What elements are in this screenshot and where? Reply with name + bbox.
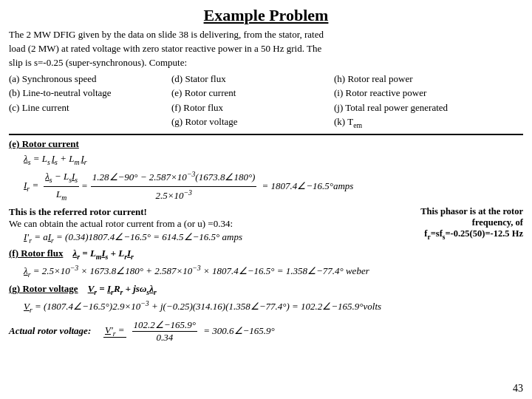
eq-rotor-voltage: Vr = (1807.4∠−16.5°)2.9×10−3 + j(−0.25)(… (24, 298, 523, 316)
col3: (h) Rotor real power (i) Rotor reactive … (334, 72, 526, 132)
eq-rotor-flux: λr = 2.5×10−3 × 1673.8∠180° + 2.587×10−3… (24, 262, 523, 281)
eq-lambda-s: λs = Ls Is + Lm Ir Ir = λs − LsIs Lm = 1… (24, 151, 523, 203)
col1: (a) Synchronous speed (b) Line-to-neutra… (9, 72, 171, 132)
note-box: This is the referred rotor current! We c… (9, 206, 523, 245)
section-f: (f) Rotor flux λr = LmIs + LrIr λr = 2.5… (9, 248, 523, 280)
actual-rotor-section: Actual rotor voltage: V'r = 102.2∠−165.9… (9, 319, 523, 344)
page-number: 43 (513, 383, 523, 395)
page-title: Example Problem (9, 6, 523, 25)
intro-text: The 2 MW DFIG given by the data on slide… (9, 28, 523, 70)
section-e-label: (e) Rotor current (9, 138, 523, 150)
section-g: (g) Rotor voltage Vr = IrRr + jsωsλr Vr … (9, 283, 523, 316)
tem-label: (k) Tem (334, 115, 526, 131)
page: Example Problem The 2 MW DFIG given by t… (0, 0, 532, 399)
divider-top (9, 134, 523, 135)
col2: (d) Stator flux (e) Rotor current (f) Ro… (171, 72, 334, 132)
section-e: (e) Rotor current λs = Ls Is + Lm Ir Ir … (9, 138, 523, 245)
problem-grid: (a) Synchronous speed (b) Line-to-neutra… (9, 72, 523, 132)
actual-rotor-label: Actual rotor voltage: (9, 325, 91, 337)
